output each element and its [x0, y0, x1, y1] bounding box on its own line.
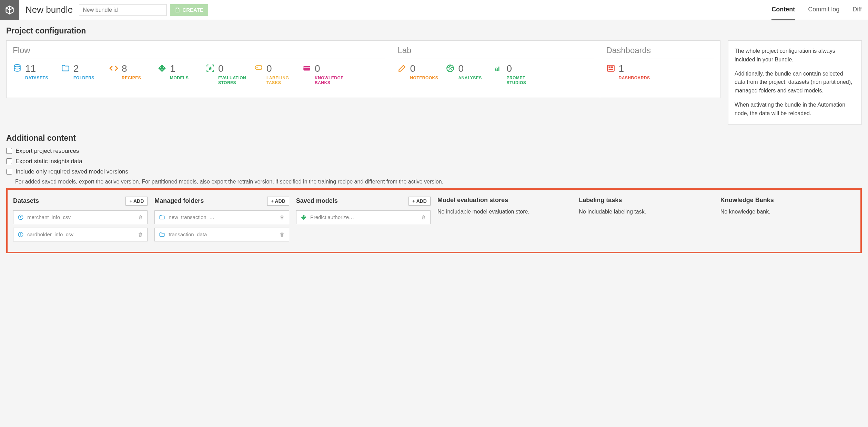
col-labeling: Labeling tasks No includable labeling ta… — [579, 197, 713, 215]
create-button[interactable]: CREATE — [170, 4, 208, 16]
dashboard-icon — [606, 64, 615, 73]
config-col-lab: Lab 0 NOTEBOOKS 0 ANALYSES 0 PROMPT STUD… — [391, 41, 600, 98]
col-datasets: Datasets + ADD merchant_info_csv cardhol… — [13, 197, 148, 245]
config-card: Flow 11 DATASETS 2 FOLDERS 8 RECIPES 1 M… — [6, 40, 720, 98]
trash-icon[interactable] — [138, 232, 143, 237]
check-label: Export project resources — [16, 148, 79, 155]
item-card[interactable]: transaction_data — [154, 228, 289, 241]
ic-upload-circle-icon — [18, 214, 24, 220]
lab-header: Lab — [397, 46, 593, 59]
trash-icon[interactable] — [138, 215, 143, 220]
logo-box — [0, 0, 19, 20]
top-bar: New bundle CREATE Content Commit log Dif… — [0, 0, 868, 20]
card-icon — [302, 64, 311, 73]
stat-label: NOTEBOOKS — [410, 76, 438, 80]
stat-count: 11 — [25, 64, 48, 73]
ic-folder-sm-icon — [159, 214, 165, 220]
stat-label: EVALUATION STORES — [218, 76, 250, 85]
stat-label: ANALYSES — [458, 76, 482, 80]
item-label: cardholder_info_csv — [27, 231, 134, 237]
info-p2: Additionally, the bundle can contain sel… — [735, 70, 855, 95]
tag-icon — [254, 64, 263, 73]
code-icon — [109, 64, 118, 73]
checkbox-required-versions[interactable] — [6, 169, 12, 175]
stat-count: 0 — [315, 64, 346, 73]
additional-content-title: Additional content — [6, 133, 862, 143]
folders-title: Managed folders — [154, 197, 204, 205]
eval-empty: No includable model evaluation store. — [437, 209, 572, 215]
trash-icon[interactable] — [279, 215, 285, 220]
checkbox-export-insights[interactable] — [6, 158, 12, 164]
save-icon — [175, 7, 180, 13]
col-managed-folders: Managed folders + ADD new_transaction_… … — [154, 197, 289, 245]
info-p3: When activating the bundle in the Automa… — [735, 101, 855, 118]
item-card[interactable]: Predict authorize… — [296, 210, 431, 224]
check-required-versions[interactable]: Include only required saved model versio… — [6, 168, 862, 175]
stat-evaluation-stores: 0 EVALUATION STORES — [206, 64, 254, 85]
ic-diamond-icon — [301, 214, 307, 220]
check3-subtext: For added saved models, export the activ… — [15, 179, 862, 185]
stat-analyses: 0 ANALYSES — [446, 64, 494, 85]
tab-content[interactable]: Content — [771, 0, 795, 20]
eval-title: Model evaluation stores — [437, 197, 508, 204]
stat-count: 1 — [619, 64, 650, 73]
stat-count: 8 — [122, 64, 141, 73]
stat-label: PROMPT STUDIOS — [506, 76, 538, 85]
bundle-id-input[interactable] — [79, 4, 166, 16]
stat-count: 0 — [410, 64, 438, 73]
diamond-icon — [158, 64, 166, 73]
add-folder-button[interactable]: + ADD — [267, 197, 289, 206]
tabs: Content Commit log Diff — [771, 0, 868, 20]
add-model-button[interactable]: + ADD — [408, 197, 431, 206]
dash-header: Dashboards — [606, 46, 714, 59]
edit-icon — [397, 64, 406, 73]
project-config-title: Project configuration — [6, 26, 862, 36]
trash-icon[interactable] — [421, 215, 426, 220]
ic-upload-circle-icon — [18, 231, 24, 238]
knowledge-title: Knowledge Banks — [720, 197, 774, 204]
stat-label: DATASETS — [25, 76, 48, 80]
check-export-insights[interactable]: Export static insights data — [6, 158, 862, 165]
stat-knowledge-banks: 0 KNOWLEDGE BANKS — [302, 64, 351, 85]
info-box: The whole project configuration is alway… — [728, 40, 862, 125]
stat-count: 1 — [170, 64, 189, 73]
item-label: Predict authorize… — [310, 214, 417, 220]
knowledge-empty: No knowledge bank. — [720, 209, 855, 215]
add-dataset-button[interactable]: + ADD — [125, 197, 148, 206]
item-card[interactable]: merchant_info_csv — [13, 210, 148, 224]
stat-count: 2 — [73, 64, 94, 73]
item-card[interactable]: cardholder_info_csv — [13, 228, 148, 241]
col-saved-models: Saved models + ADD Predict authorize… — [296, 197, 431, 228]
stat-dashboards: 1 DASHBOARDS — [606, 64, 662, 80]
stat-folders: 2 FOLDERS — [61, 64, 109, 85]
config-col-flow: Flow 11 DATASETS 2 FOLDERS 8 RECIPES 1 M… — [7, 41, 391, 98]
config-col-dash: Dashboards 1 DASHBOARDS — [600, 41, 720, 98]
tab-commit-log[interactable]: Commit log — [808, 0, 839, 20]
page-title: New bundle — [26, 4, 73, 15]
stat-notebooks: 0 NOTEBOOKS — [397, 64, 446, 85]
col-knowledge: Knowledge Banks No knowledge bank. — [720, 197, 855, 215]
highlight-box: Datasets + ADD merchant_info_csv cardhol… — [6, 188, 862, 253]
labeling-empty: No includable labeling task. — [579, 209, 713, 215]
ai-icon — [494, 64, 503, 73]
datasets-title: Datasets — [13, 197, 39, 205]
stat-count: 0 — [506, 64, 538, 73]
info-p1: The whole project configuration is alway… — [735, 47, 855, 64]
stat-prompt-studios: 0 PROMPT STUDIOS — [494, 64, 542, 85]
item-card[interactable]: new_transaction_… — [154, 210, 289, 224]
check-export-resources[interactable]: Export project resources — [6, 148, 862, 155]
stat-label: DASHBOARDS — [619, 76, 650, 80]
stat-label: LABELING TASKS — [266, 76, 298, 85]
stat-label: FOLDERS — [73, 76, 94, 80]
create-button-label: CREATE — [182, 7, 203, 13]
checkbox-export-resources[interactable] — [6, 148, 12, 154]
stat-models: 1 MODELS — [158, 64, 206, 85]
flow-header: Flow — [13, 46, 385, 59]
stat-count: 0 — [458, 64, 482, 73]
labeling-title: Labeling tasks — [579, 197, 622, 204]
ic-folder-sm-icon — [159, 231, 165, 238]
models-title: Saved models — [296, 197, 338, 205]
stat-label: RECIPES — [122, 76, 141, 80]
trash-icon[interactable] — [279, 232, 285, 237]
tab-diff[interactable]: Diff — [852, 0, 862, 20]
